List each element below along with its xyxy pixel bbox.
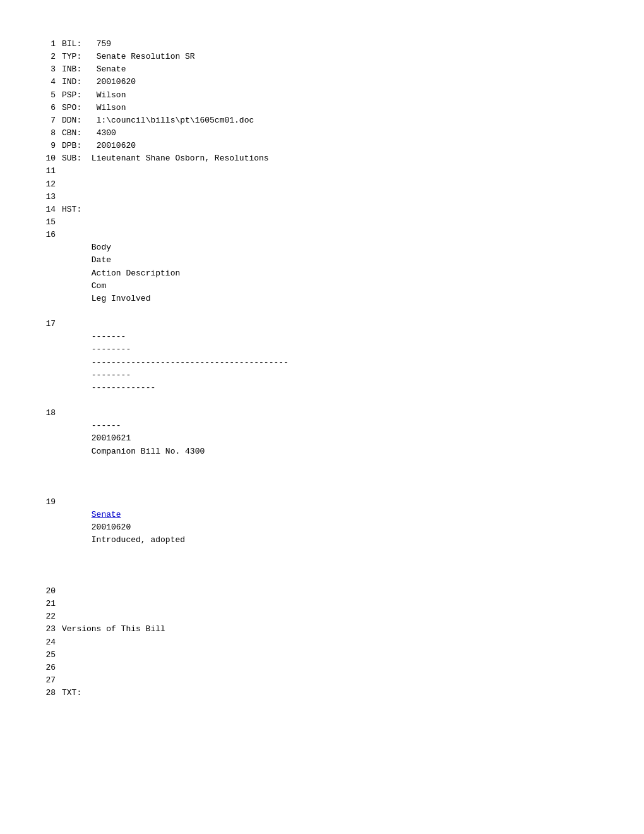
line-6: 6 SPO: Wilson	[38, 102, 606, 114]
line-9: 9 DPB: 20010620	[38, 140, 606, 152]
line-25: 25	[38, 649, 606, 662]
history-row-1: 18 ------ 20010621 Companion Bill No. 43…	[38, 407, 606, 496]
line-22: 22	[38, 610, 606, 623]
senate-link[interactable]: Senate	[92, 510, 121, 519]
line-26: 26	[38, 662, 606, 674]
line-11: 11	[38, 165, 606, 178]
line-23-versions: 23 Versions of This Bill	[38, 623, 606, 636]
line-24: 24	[38, 636, 606, 649]
line-10: 10 SUB: Lieutenant Shane Osborn, Resolut…	[38, 152, 606, 165]
line-2: 2 TYP: Senate Resolution SR	[38, 51, 606, 63]
line-7: 7 DDN: l:\council\bills\pt\1605cm01.doc	[38, 114, 606, 127]
line-21: 21	[38, 598, 606, 610]
history-header-row: 16 Body Date Action Description Com Leg …	[38, 229, 606, 318]
line-3: 3 INB: Senate	[38, 63, 606, 76]
line-13: 13	[38, 191, 606, 203]
line-1: 1 BIL: 759	[38, 38, 606, 51]
bill-content: 1 BIL: 759 2 TYP: Senate Resolution SR 3…	[38, 38, 606, 699]
history-row-2: 19 Senate 20010620 Introduced, adopted	[38, 496, 606, 585]
line-15: 15	[38, 216, 606, 229]
line-20: 20	[38, 585, 606, 598]
history-divider-row: 17 ------- -------- --------------------…	[38, 318, 606, 407]
line-28: 28 TXT:	[38, 687, 606, 699]
line-27: 27	[38, 674, 606, 687]
line-12: 12	[38, 178, 606, 191]
line-4: 4 IND: 20010620	[38, 76, 606, 88]
line-14: 14 HST:	[38, 203, 606, 216]
line-5: 5 PSP: Wilson	[38, 89, 606, 102]
line-8: 8 CBN: 4300	[38, 127, 606, 140]
